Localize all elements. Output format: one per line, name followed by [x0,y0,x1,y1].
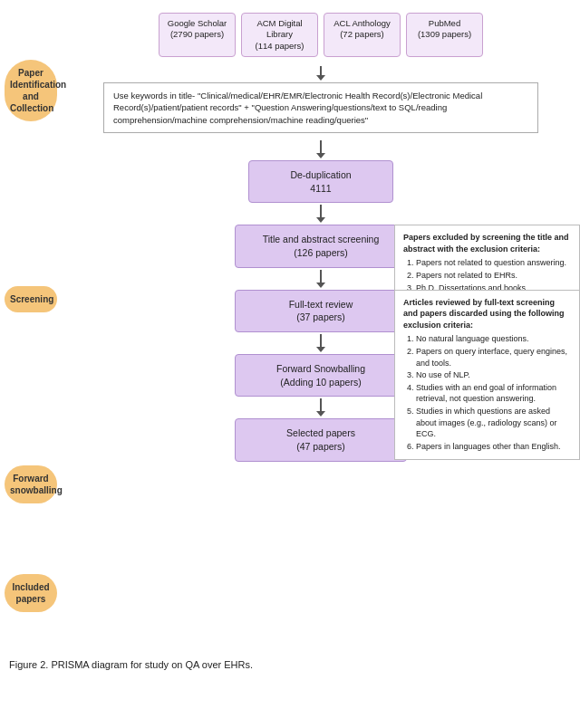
source-acm: ACM Digital Library (114 papers) [241,13,318,57]
fulltext-exclusion-item-2: Papers on query interface, query engines… [416,346,571,369]
source-acl: ACL Anthology (72 papers) [324,13,401,57]
arrow-snowball-selected [316,398,325,417]
figure-caption: Figure 2. PRISMA diagram for study on QA… [0,652,580,674]
title-exclusion-item-1: Papers not related to question answering… [416,257,571,269]
title-exclusion-item-2: Papers not related to EHRs. [416,270,571,282]
arrow-title-fulltext [316,270,325,288]
title-exclusion-list: Papers not related to question answering… [403,257,571,293]
title-exclusion-header: Papers excluded by screening the title a… [403,232,571,254]
label-paper-identification: Paper Identification and Collection [5,60,57,121]
fulltext-exclusion-item-3: No use of NLP. [416,369,571,381]
forward-snowballing-box: Forward Snowballing (Adding 10 papers) [235,354,407,397]
fulltext-exclusion-list: No natural language questions. Papers on… [403,333,571,452]
arrow-fulltext-snowball [316,334,325,352]
source-boxes: Google Scholar (2790 papers) ACM Digital… [159,13,483,57]
fulltext-exclusion-header: Articles reviewed by full-text screening… [403,297,571,331]
deduplication-box: De-duplication 4111 [248,160,393,203]
selected-papers-box: Selected papers (47 papers) [235,418,407,461]
label-screening: Screening [5,286,57,312]
fulltext-review-box: Full-text review (37 papers) [235,290,407,332]
arrow-sources-keyword [316,66,325,81]
fulltext-exclusion-item-5: Studies in which questions are asked abo… [416,406,571,440]
keyword-box: Use keywords in title- "Clinical/medical… [103,82,538,133]
arrow-keyword-dedup [316,140,325,158]
source-google-scholar: Google Scholar (2790 papers) [159,13,236,57]
source-pubmed: PubMed (1309 papers) [406,13,483,57]
fulltext-exclusion-item-4: Studies with an end goal of information … [416,382,571,405]
label-included-papers: Included papers [5,574,57,612]
fulltext-exclusion-item-1: No natural language questions. [416,333,571,345]
arrow-dedup-title [316,205,325,223]
fulltext-exclusion-item-6: Papers in languages other than English. [416,441,571,453]
fulltext-exclusion-note: Articles reviewed by full-text screening… [394,290,580,461]
label-forward-snowballing: Forward snowballing [5,465,57,503]
title-screening-box: Title and abstract screening (126 papers… [235,225,407,267]
